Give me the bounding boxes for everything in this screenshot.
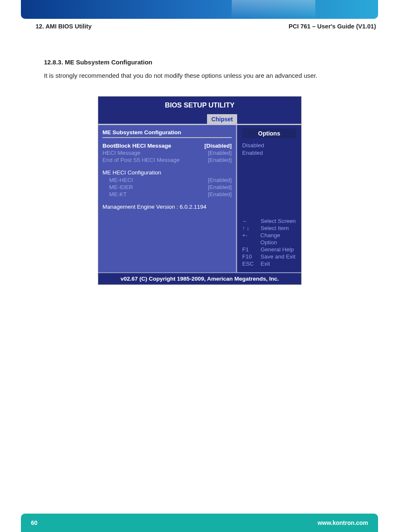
- me-version: Management Engine Version : 6.0.2.1194: [102, 204, 232, 210]
- setting-bootblock-heci[interactable]: BootBlock HECI Message [Disabled]: [102, 142, 232, 149]
- bios-title: BIOS SETUP UTILITY: [98, 97, 301, 113]
- setting-me-ider[interactable]: ME-IDER [Enabled]: [102, 184, 232, 191]
- header-left: 12. AMI BIOS Utility: [36, 23, 92, 30]
- nav-exit: ESCExit: [242, 260, 298, 267]
- tab-chipset[interactable]: Chipset: [207, 114, 237, 124]
- bios-screenshot: BIOS SETUP UTILITY Chipset ME Subsystem …: [98, 96, 302, 285]
- bios-panel-title: ME Subsystem Configuration: [102, 129, 232, 136]
- bios-tab-row: Chipset: [98, 113, 301, 125]
- options-list: Disabled Enabled: [242, 142, 298, 157]
- nav-help: ←Select Screen ↑ ↓Select Item +-Change O…: [242, 217, 298, 267]
- site-url: www.kontron.com: [317, 519, 368, 526]
- setting-value: [Enabled]: [208, 184, 232, 190]
- options-header: Options: [242, 128, 296, 138]
- nav-general-help: F1General Help: [242, 246, 298, 253]
- divider: [102, 137, 232, 138]
- page-number: 60: [31, 519, 38, 526]
- nav-select-screen: ←Select Screen: [242, 217, 298, 225]
- section-heading: 12.8.3. ME Subsystem Configuration: [44, 59, 152, 66]
- section-intro: It is strongly recommended that you do n…: [44, 72, 317, 79]
- bios-left-panel: ME Subsystem Configuration BootBlock HEC…: [98, 125, 237, 272]
- nav-save-exit: F10Save and Exit: [242, 253, 298, 260]
- setting-value: [Enabled]: [208, 150, 232, 156]
- setting-label: ME-IDER: [109, 184, 133, 190]
- setting-me-heci[interactable]: ME-HECI [Enabled]: [102, 176, 232, 184]
- setting-me-kt[interactable]: ME-KT [Enabled]: [102, 191, 232, 198]
- nav-change-option: +-Change Option: [242, 232, 298, 246]
- setting-value: [Enabled]: [208, 191, 232, 197]
- setting-label: End of Post S5 HECI Message: [102, 157, 180, 163]
- bios-footer: v02.67 (C) Copyright 1985-2009, American…: [98, 272, 301, 284]
- setting-value: [Enabled]: [208, 157, 232, 163]
- subsection-heading: ME HECI Configuration: [102, 169, 232, 176]
- setting-label: HECI Message: [102, 150, 141, 156]
- setting-end-of-post[interactable]: End of Post S5 HECI Message [Enabled]: [102, 156, 232, 164]
- setting-value: [Disabled]: [205, 143, 232, 149]
- page-footer: 60 www.kontron.com: [21, 514, 378, 532]
- header-right: PCI 761 – User's Guide (V1.01): [289, 23, 376, 30]
- top-banner: [21, 0, 378, 19]
- setting-label: ME-HECI: [109, 177, 133, 183]
- setting-value: [Enabled]: [208, 177, 232, 183]
- setting-label: BootBlock HECI Message: [102, 143, 171, 149]
- option-disabled[interactable]: Disabled: [242, 142, 298, 149]
- option-enabled[interactable]: Enabled: [242, 149, 298, 157]
- nav-select-item: ↑ ↓Select Item: [242, 225, 298, 232]
- setting-heci-message[interactable]: HECI Message [Enabled]: [102, 149, 232, 156]
- bios-right-panel: Options Disabled Enabled ←Select Screen …: [237, 125, 301, 272]
- page-header: 12. AMI BIOS Utility PCI 761 – User's Gu…: [36, 23, 376, 30]
- setting-label: ME-KT: [109, 191, 127, 197]
